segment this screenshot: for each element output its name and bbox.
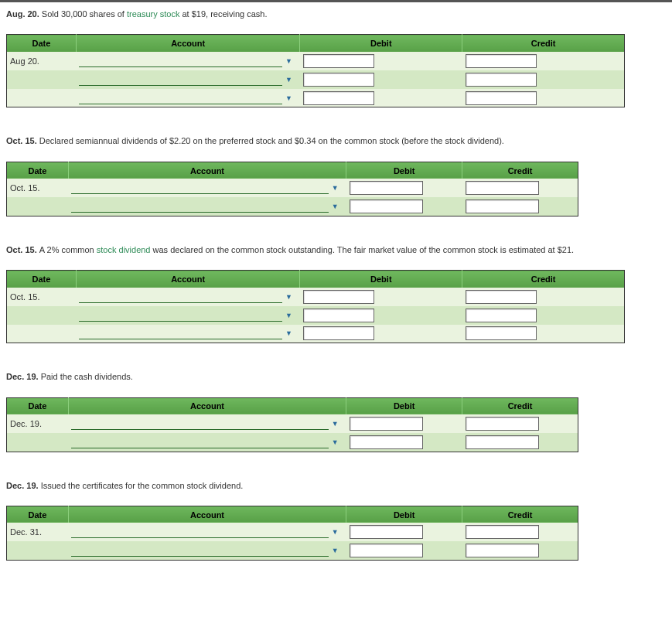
- debit-cell: [300, 325, 462, 343]
- debit-input[interactable]: [303, 73, 374, 87]
- chevron-down-icon[interactable]: ▼: [330, 438, 343, 446]
- chevron-down-icon[interactable]: ▼: [284, 94, 297, 102]
- credit-cell: [462, 179, 578, 197]
- debit-input[interactable]: [303, 290, 374, 304]
- credit-cell: [462, 325, 625, 343]
- debit-cell: [300, 306, 462, 325]
- debit-input[interactable]: [303, 54, 374, 68]
- debit-input[interactable]: [350, 181, 423, 195]
- credit-input[interactable]: [466, 199, 539, 213]
- chevron-down-icon[interactable]: ▼: [330, 203, 343, 210]
- journal-entry-table: DateAccountDebitCreditOct. 15.▼▼▼: [6, 270, 625, 343]
- account-dropdown[interactable]: [71, 436, 328, 448]
- date-cell: [7, 89, 77, 107]
- column-header-debit: Debit: [300, 271, 462, 288]
- account-cell: ▼: [76, 89, 300, 107]
- journal-row: Dec. 19.▼: [7, 414, 578, 433]
- credit-input[interactable]: [466, 290, 537, 304]
- debit-input[interactable]: [350, 417, 423, 431]
- chevron-down-icon[interactable]: ▼: [284, 312, 297, 319]
- date-cell: Dec. 19.: [7, 414, 69, 433]
- journal-row: Oct. 15.▼: [7, 288, 625, 306]
- credit-cell: [462, 541, 578, 560]
- chevron-down-icon[interactable]: ▼: [330, 528, 343, 536]
- debit-input[interactable]: [303, 308, 374, 322]
- journal-entry-table: DateAccountDebitCreditAug 20.▼▼▼: [6, 34, 625, 107]
- journal-entry-table: DateAccountDebitCreditDec. 31.▼▼: [6, 506, 578, 561]
- credit-cell: [462, 433, 578, 452]
- journal-row: ▼: [7, 197, 578, 216]
- credit-input[interactable]: [466, 54, 537, 68]
- column-header-credit: Credit: [462, 162, 578, 179]
- account-dropdown[interactable]: [79, 73, 282, 86]
- debit-input[interactable]: [350, 199, 423, 213]
- chevron-down-icon[interactable]: ▼: [284, 293, 297, 301]
- chevron-down-icon[interactable]: ▼: [330, 547, 343, 554]
- glossary-link[interactable]: treasury stock: [127, 9, 179, 19]
- date-cell: Aug 20.: [7, 52, 77, 70]
- glossary-link[interactable]: stock dividend: [97, 245, 151, 254]
- account-cell: ▼: [76, 52, 300, 70]
- credit-input[interactable]: [466, 525, 539, 539]
- journal-row: ▼: [7, 306, 625, 325]
- account-cell: ▼: [68, 179, 346, 197]
- account-cell: ▼: [68, 414, 346, 433]
- credit-cell: [462, 523, 578, 541]
- credit-cell: [462, 52, 625, 70]
- debit-input[interactable]: [350, 525, 423, 539]
- credit-input[interactable]: [466, 181, 539, 195]
- column-header-date: Date: [7, 162, 69, 179]
- chevron-down-icon[interactable]: ▼: [330, 184, 343, 192]
- debit-input[interactable]: [303, 326, 374, 340]
- account-dropdown[interactable]: [71, 418, 328, 430]
- account-dropdown[interactable]: [79, 55, 282, 67]
- account-dropdown[interactable]: [79, 327, 282, 339]
- column-header-account: Account: [76, 35, 300, 52]
- credit-input[interactable]: [466, 435, 539, 449]
- account-dropdown[interactable]: [71, 200, 328, 213]
- credit-cell: [462, 288, 625, 306]
- column-header-credit: Credit: [462, 35, 625, 52]
- journal-row: Dec. 31.▼: [7, 523, 578, 541]
- journal-row: Oct. 15.▼: [7, 179, 578, 197]
- chevron-down-icon[interactable]: ▼: [330, 420, 343, 428]
- date-cell: Dec. 31.: [7, 523, 69, 541]
- account-cell: ▼: [68, 541, 346, 560]
- account-dropdown[interactable]: [79, 92, 282, 104]
- credit-input[interactable]: [466, 308, 537, 322]
- credit-cell: [462, 70, 625, 89]
- debit-input[interactable]: [303, 91, 374, 105]
- account-cell: ▼: [76, 70, 300, 89]
- debit-input[interactable]: [350, 544, 423, 557]
- column-header-account: Account: [68, 506, 346, 523]
- account-cell: ▼: [76, 288, 300, 306]
- chevron-down-icon[interactable]: ▼: [284, 76, 297, 84]
- credit-input[interactable]: [466, 326, 537, 340]
- transaction-prompt: Dec. 19. Paid the cash dividends.: [6, 371, 666, 383]
- transaction-prompt: Oct. 15. A 2% common stock dividend was …: [6, 244, 666, 256]
- column-header-date: Date: [7, 35, 77, 52]
- column-header-credit: Credit: [462, 397, 578, 414]
- account-dropdown[interactable]: [71, 182, 328, 194]
- credit-input[interactable]: [466, 417, 539, 431]
- credit-cell: [462, 197, 578, 216]
- date-cell: [7, 541, 69, 560]
- debit-input[interactable]: [350, 435, 423, 449]
- credit-input[interactable]: [466, 544, 539, 557]
- window-top-border: [0, 0, 672, 2]
- column-header-debit: Debit: [346, 162, 462, 179]
- column-header-credit: Credit: [462, 506, 578, 523]
- credit-input[interactable]: [466, 73, 537, 87]
- account-cell: ▼: [68, 523, 346, 541]
- account-cell: ▼: [76, 306, 300, 325]
- account-dropdown[interactable]: [79, 291, 282, 303]
- credit-input[interactable]: [466, 91, 537, 105]
- account-dropdown[interactable]: [79, 309, 282, 322]
- column-header-debit: Debit: [346, 506, 462, 523]
- account-dropdown[interactable]: [71, 526, 328, 538]
- chevron-down-icon[interactable]: ▼: [284, 329, 297, 337]
- debit-cell: [300, 89, 462, 107]
- account-dropdown[interactable]: [71, 544, 328, 557]
- chevron-down-icon[interactable]: ▼: [284, 57, 297, 65]
- credit-cell: [462, 414, 578, 433]
